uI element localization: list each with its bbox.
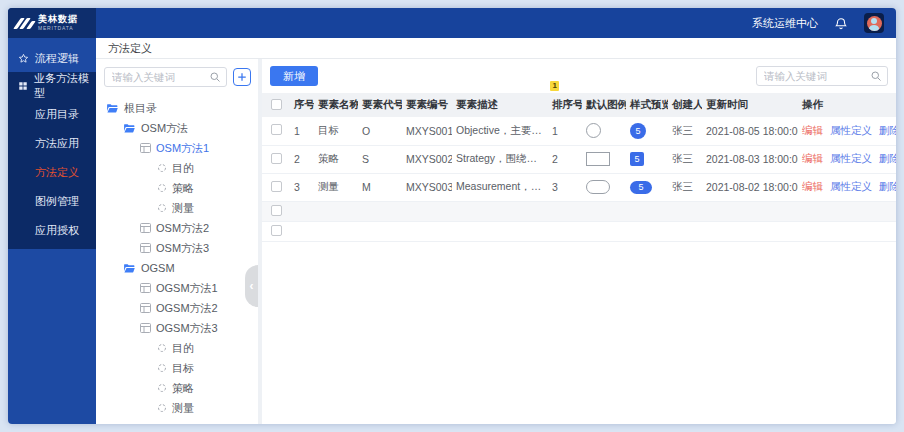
sidebar-item[interactable]: 方法定义 <box>8 158 96 187</box>
add-node-button[interactable] <box>233 68 251 86</box>
tree-node[interactable]: OGSM方法2 <box>96 298 258 318</box>
method-grid-icon <box>140 323 151 333</box>
sidebar-item[interactable]: 应用目录 <box>8 100 96 129</box>
tree-node[interactable]: 测量 <box>96 398 258 418</box>
sidenav-group-children: 应用目录方法应用方法定义图例管理应用授权 <box>8 100 96 245</box>
col-style-preview: 样式预览 <box>626 93 668 117</box>
method-tree-panel: 根目录OSM方法OSM方法1目的策略测量OSM方法2OSM方法3OGSMOGSM… <box>96 59 258 424</box>
method-grid-icon <box>140 223 151 233</box>
table-search-input[interactable] <box>762 69 870 83</box>
default-legend-stadium <box>586 180 610 194</box>
table-toolbar: 新增 <box>262 59 896 93</box>
col-element-code: 要素代号 <box>358 93 402 117</box>
row-checkbox[interactable] <box>271 181 282 192</box>
tree-node[interactable]: 测量 <box>96 198 258 218</box>
app-window: 美林数据 MERITDATA 系统运维中心 流程逻辑 <box>8 8 896 424</box>
logo-title: 美林数据 <box>38 15 78 24</box>
tree-node[interactable]: OSM方法 <box>96 118 258 138</box>
element-node-icon <box>157 403 167 413</box>
sort-badge: 1 <box>550 81 559 91</box>
method-grid-icon <box>140 303 151 313</box>
plus-icon <box>237 72 247 82</box>
style-preview-chip: 5 <box>630 123 646 139</box>
sidebar-group-label: 业务方法模型 <box>34 71 96 101</box>
folder-open-icon <box>123 123 136 134</box>
sidebar-item-label: 流程逻辑 <box>35 51 79 66</box>
element-node-icon <box>157 383 167 393</box>
table-search-box <box>756 66 888 86</box>
tree-search-input[interactable] <box>110 70 209 84</box>
tree-node[interactable]: OGSM <box>96 258 258 278</box>
method-grid-icon <box>140 283 151 293</box>
side-navigation: 流程逻辑 业务方法模型 应用目录方法应用方法定义图例管理应用授权 <box>8 38 96 424</box>
element-node-icon <box>157 163 167 173</box>
tree-node[interactable]: OSM方法2 <box>96 218 258 238</box>
sidebar-item-process-logic[interactable]: 流程逻辑 <box>8 44 96 72</box>
brand-logo: 美林数据 MERITDATA <box>8 8 96 38</box>
attribute-define-link[interactable]: 属性定义 <box>830 124 872 136</box>
top-bar: 美林数据 MERITDATA 系统运维中心 <box>8 8 896 38</box>
col-element-name: 要素名称 <box>314 93 358 117</box>
add-button[interactable]: 新增 <box>270 66 318 86</box>
method-grid-icon <box>140 243 151 253</box>
attribute-define-link[interactable]: 属性定义 <box>830 180 872 192</box>
tree-node[interactable]: OSM方法1 <box>96 138 258 158</box>
table-row-empty <box>262 201 896 221</box>
edit-link[interactable]: 编辑 <box>802 180 823 192</box>
sidebar-item[interactable]: 图例管理 <box>8 187 96 216</box>
ops-center-link[interactable]: 系统运维中心 <box>752 16 818 31</box>
tree-node[interactable]: 目标 <box>96 358 258 378</box>
tree-node[interactable]: OGSM方法3 <box>96 318 258 338</box>
delete-link[interactable]: 删除 <box>879 152 896 164</box>
sidebar-item[interactable]: 方法应用 <box>8 129 96 158</box>
search-icon[interactable] <box>209 71 221 83</box>
default-legend-rect <box>586 152 610 166</box>
row-checkbox[interactable] <box>271 153 282 164</box>
search-icon[interactable] <box>870 70 882 82</box>
tree-node[interactable]: OSM方法3 <box>96 238 258 258</box>
star-icon <box>18 53 29 64</box>
delete-link[interactable]: 删除 <box>879 180 896 192</box>
user-avatar[interactable] <box>864 13 884 33</box>
bell-icon[interactable] <box>834 16 848 31</box>
folder-open-icon <box>123 263 136 274</box>
elements-table: 序号 要素名称 要素代号 要素编号 要素描述 1 排序号 默认图例 <box>262 93 896 242</box>
tree-node[interactable]: OGSM方法1 <box>96 278 258 298</box>
row-checkbox[interactable] <box>271 225 282 236</box>
tree-node[interactable]: 根目录 <box>96 98 258 118</box>
sidebar-item[interactable]: 应用授权 <box>8 216 96 245</box>
attribute-define-link[interactable]: 属性定义 <box>830 152 872 164</box>
logo-subtitle: MERITDATA <box>38 26 78 31</box>
select-all-checkbox[interactable] <box>271 99 282 110</box>
element-node-icon <box>157 363 167 373</box>
chevron-left-icon: ‹ <box>250 279 254 293</box>
edit-link[interactable]: 编辑 <box>802 152 823 164</box>
table-row: 1目标OMXYS001Objective，主要用于明确核心目的……15张三202… <box>262 117 896 145</box>
table-row: 2策略SMXYS002Strategy，围绕目标制定所需策略……25张三2021… <box>262 145 896 173</box>
delete-link[interactable]: 删除 <box>879 124 896 136</box>
tree-node[interactable]: 目的 <box>96 158 258 178</box>
table-row-empty <box>262 221 896 241</box>
breadcrumb: 方法定义 <box>96 38 896 59</box>
row-checkbox[interactable] <box>271 124 282 135</box>
elements-table-panel: 新增 <box>262 59 896 424</box>
col-updated: 更新时间 <box>702 93 798 117</box>
col-operations: 操作 <box>798 93 896 117</box>
edit-link[interactable]: 编辑 <box>802 124 823 136</box>
col-default-legend: 默认图例 <box>582 93 626 117</box>
element-node-icon <box>157 183 167 193</box>
sidebar-group-business-method-model: 业务方法模型 应用目录方法应用方法定义图例管理应用授权 <box>8 72 96 249</box>
element-node-icon <box>157 343 167 353</box>
row-checkbox[interactable] <box>271 205 282 216</box>
tree-node[interactable]: 策略 <box>96 178 258 198</box>
col-creator: 创建人 <box>668 93 702 117</box>
tree-node[interactable]: 目的 <box>96 338 258 358</box>
style-preview-chip: 5 <box>630 152 644 166</box>
col-element-desc: 要素描述 <box>452 93 548 117</box>
method-grid-icon <box>140 143 151 153</box>
tree-node[interactable]: 策略 <box>96 378 258 398</box>
panel-collapse-handle[interactable]: ‹ <box>245 265 258 307</box>
table-body: 1目标OMXYS001Objective，主要用于明确核心目的……15张三202… <box>262 117 896 241</box>
sidebar-group-header[interactable]: 业务方法模型 <box>8 72 96 100</box>
page-title: 方法定义 <box>108 41 152 56</box>
